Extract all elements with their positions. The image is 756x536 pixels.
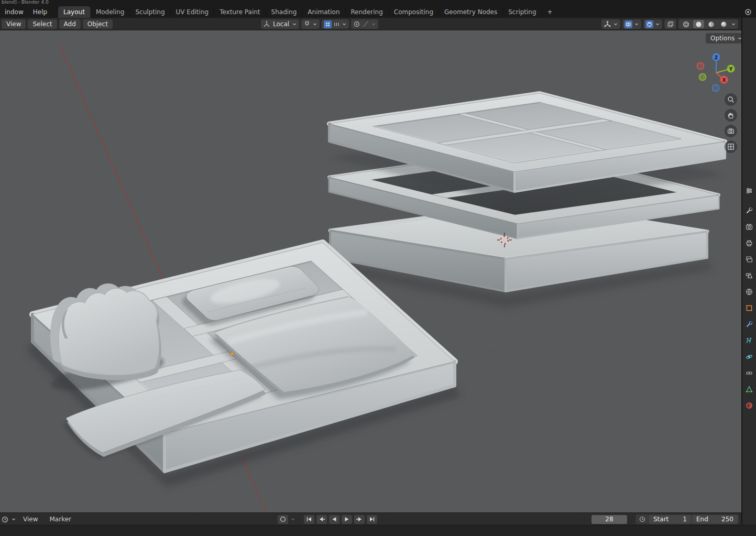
end-frame-field[interactable]: End 250 bbox=[692, 515, 738, 524]
add-workspace-button[interactable]: + bbox=[542, 6, 558, 18]
properties-tab-object-data[interactable] bbox=[742, 383, 756, 396]
current-frame-field[interactable]: 28 bbox=[591, 515, 627, 524]
auto-keying-toggle[interactable] bbox=[278, 515, 288, 524]
workspace-tab-layout[interactable]: Layout bbox=[58, 6, 91, 18]
show-overlays-toggle[interactable] bbox=[622, 19, 641, 29]
window-title: blend] - Blender 4.0 bbox=[2, 0, 49, 5]
shading-solid-button[interactable] bbox=[693, 20, 704, 28]
topbar: blend] - Blender 4.0 indow Help Layout M… bbox=[0, 0, 756, 18]
viewport-region[interactable]: Options Z Y X bbox=[0, 30, 741, 512]
timeline-editor-type-icon[interactable] bbox=[1, 516, 9, 523]
properties-tab-modifiers[interactable] bbox=[742, 318, 756, 331]
shading-wireframe-button[interactable] bbox=[681, 20, 692, 28]
tray-stack[interactable] bbox=[325, 93, 725, 308]
workspace-tab-shading[interactable]: Shading bbox=[266, 6, 303, 18]
workspace-tab-compositing[interactable]: Compositing bbox=[389, 6, 439, 18]
overlays-icon bbox=[624, 20, 632, 28]
snap-increment-icon bbox=[333, 21, 340, 28]
menu-view[interactable]: View bbox=[2, 19, 26, 29]
workspace-tab-rendering[interactable]: Rendering bbox=[346, 6, 389, 18]
properties-editor-type-icon[interactable] bbox=[742, 184, 756, 197]
workspace-tab-uv-editing[interactable]: UV Editing bbox=[171, 6, 215, 18]
workspace-tab-scripting[interactable]: Scripting bbox=[503, 6, 542, 18]
show-gizmos-toggle[interactable] bbox=[601, 19, 620, 29]
viewport-header: View Select Add Object Local bbox=[0, 18, 741, 30]
viewport-canvas[interactable] bbox=[0, 30, 741, 512]
transform-orientation-dropdown[interactable]: Local bbox=[261, 19, 299, 29]
properties-tab-view-layer[interactable] bbox=[742, 253, 756, 266]
jump-to-start-button[interactable] bbox=[304, 515, 314, 524]
menu-window[interactable]: indow bbox=[0, 7, 28, 17]
properties-tab-object[interactable] bbox=[742, 302, 756, 314]
properties-tab-physics[interactable] bbox=[742, 351, 756, 363]
start-frame-field[interactable]: Start 1 bbox=[649, 515, 691, 524]
properties-tab-world[interactable] bbox=[742, 286, 756, 298]
jump-to-end-button[interactable] bbox=[367, 515, 377, 524]
axis-neg-x-ball[interactable] bbox=[697, 63, 704, 70]
navigation-gizmo[interactable]: Z Y X bbox=[693, 50, 741, 99]
properties-tab-scene[interactable] bbox=[742, 269, 756, 282]
properties-tab-output[interactable] bbox=[742, 237, 756, 249]
menu-help[interactable]: Help bbox=[28, 7, 52, 17]
viewport-preview-toggle[interactable] bbox=[643, 19, 662, 29]
workspace-tab-sculpting[interactable]: Sculpting bbox=[130, 6, 170, 18]
options-label: Options bbox=[710, 35, 735, 42]
xray-icon bbox=[666, 20, 674, 28]
perspective-toggle-button[interactable] bbox=[725, 140, 737, 153]
status-bar bbox=[0, 525, 756, 536]
frame-range-group: Start 1 End 250 bbox=[636, 515, 739, 524]
shading-mode-group bbox=[678, 19, 738, 29]
scene-selector-icon[interactable] bbox=[744, 7, 756, 17]
shading-rendered-button[interactable] bbox=[718, 20, 729, 28]
chevron-down-icon[interactable] bbox=[731, 22, 736, 26]
properties-tab-material[interactable] bbox=[742, 399, 756, 412]
chevron-down-icon[interactable] bbox=[342, 22, 347, 26]
play-reverse-button[interactable] bbox=[329, 515, 339, 524]
chevron-down-icon[interactable] bbox=[634, 22, 639, 26]
workspace-tab-animation[interactable]: Animation bbox=[302, 6, 345, 18]
magnet-icon bbox=[303, 20, 311, 28]
zoom-button[interactable] bbox=[725, 93, 737, 106]
chevron-down-icon[interactable] bbox=[655, 22, 660, 26]
pan-hand-button[interactable] bbox=[725, 109, 737, 122]
gizmos-icon bbox=[604, 20, 611, 28]
workspace-tab-texture-paint[interactable]: Texture Paint bbox=[214, 6, 266, 18]
properties-tab-constraints[interactable] bbox=[742, 367, 756, 379]
preview-sphere-icon bbox=[645, 20, 653, 28]
timeline-bar: View Marker bbox=[0, 512, 741, 525]
workspace-tab-geometry-nodes[interactable]: Geometry Nodes bbox=[439, 6, 503, 18]
jump-next-keyframe-button[interactable] bbox=[354, 515, 365, 524]
camera-view-button[interactable] bbox=[725, 125, 737, 137]
menu-select[interactable]: Select bbox=[28, 19, 57, 29]
snap-to-grid-icon bbox=[324, 20, 332, 28]
orientation-label: Local bbox=[272, 20, 290, 28]
chevron-down-icon[interactable] bbox=[290, 517, 295, 521]
blender-window: blend] - Blender 4.0 indow Help Layout M… bbox=[0, 0, 756, 536]
workspace-tabs: Layout Modeling Sculpting UV Editing Tex… bbox=[58, 6, 558, 18]
chevron-down-icon[interactable] bbox=[371, 22, 376, 26]
timeline-menu-view[interactable]: View bbox=[18, 514, 42, 524]
axis-y-label: Y bbox=[729, 67, 733, 72]
properties-tab-particles[interactable] bbox=[742, 334, 756, 347]
axis-neg-z-ball[interactable] bbox=[713, 85, 719, 92]
snap-magnet-toggle[interactable] bbox=[301, 19, 320, 29]
jump-prev-keyframe-button[interactable] bbox=[316, 515, 327, 524]
properties-tab-render[interactable] bbox=[742, 221, 756, 233]
proportional-editing-group[interactable] bbox=[351, 19, 378, 29]
axis-neg-y-ball[interactable] bbox=[699, 74, 706, 81]
options-button[interactable]: Options bbox=[706, 33, 741, 43]
axis-x-label: X bbox=[722, 78, 726, 83]
snapping-options-dropdown[interactable] bbox=[322, 19, 349, 29]
chevron-down-icon[interactable] bbox=[11, 517, 16, 521]
play-forward-button[interactable] bbox=[342, 515, 352, 524]
chevron-down-icon[interactable] bbox=[292, 22, 297, 26]
chevron-down-icon[interactable] bbox=[312, 22, 317, 26]
chevron-down-icon[interactable] bbox=[613, 22, 618, 26]
workspace-tab-modeling[interactable]: Modeling bbox=[91, 6, 130, 18]
shading-material-button[interactable] bbox=[706, 20, 717, 28]
menu-add[interactable]: Add bbox=[59, 19, 81, 29]
menu-object[interactable]: Object bbox=[83, 19, 113, 29]
xray-toggle[interactable] bbox=[664, 19, 676, 29]
properties-tab-tool[interactable] bbox=[742, 204, 756, 217]
timeline-menu-marker[interactable]: Marker bbox=[45, 514, 75, 524]
